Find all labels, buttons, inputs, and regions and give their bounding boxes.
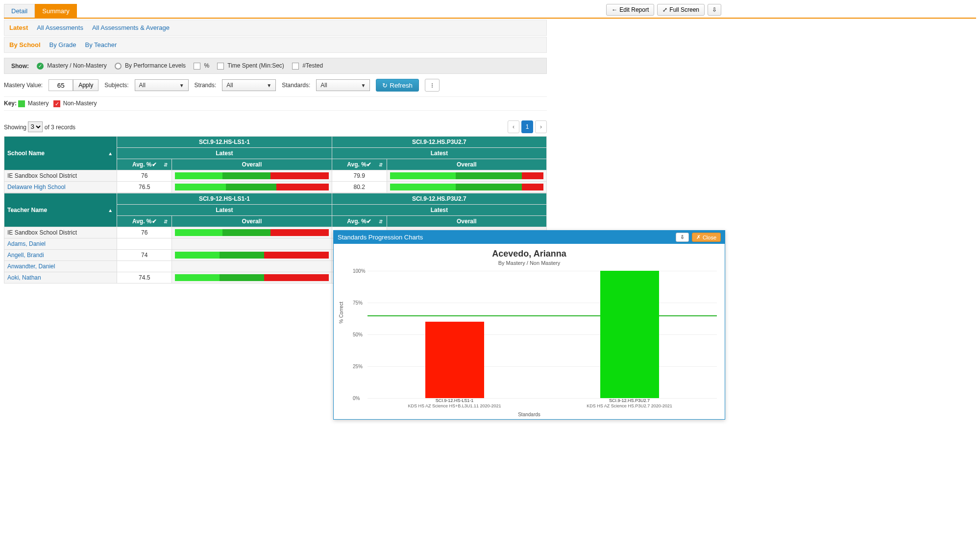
chart-tick: 100% xyxy=(353,268,366,274)
mastery-bar-cell xyxy=(172,181,332,192)
filter-item[interactable]: All Assessments xyxy=(37,24,83,31)
row-name-cell: IE Sandbox School District xyxy=(4,227,117,238)
download-icon: ⇩ xyxy=(680,234,685,240)
mastery-value-label: Mastery Value: xyxy=(4,82,43,89)
std2-header: SCI.9-12.HS.P3U2.7 xyxy=(332,136,546,147)
filter-item[interactable]: Latest xyxy=(9,24,28,31)
download-button[interactable]: ⇩ xyxy=(708,4,721,16)
opt-tested[interactable]: #Tested xyxy=(292,62,323,70)
tab-detail[interactable]: Detail xyxy=(4,4,35,18)
subjects-select[interactable]: All ▼ xyxy=(135,79,189,91)
opt-mastery-label: Mastery / Non-Mastery xyxy=(47,62,106,69)
t-std2-avg-header[interactable]: Avg. %✔⇵ xyxy=(332,215,387,227)
top-actions: ← Edit Report ⤢ Full Screen ⇩ xyxy=(606,4,721,18)
refresh-button[interactable]: ↻ Refresh xyxy=(376,79,419,92)
row-name-cell[interactable]: Angell, Brandi xyxy=(4,249,117,260)
pager-page-1[interactable]: 1 xyxy=(521,120,533,133)
opt-mastery[interactable]: ✓ Mastery / Non-Mastery xyxy=(37,62,107,70)
opt-performance-levels[interactable]: By Performance Levels xyxy=(115,62,186,70)
row-name-cell[interactable]: Adams, Daniel xyxy=(4,238,117,249)
row-name-cell: IE Sandbox School District xyxy=(4,170,117,181)
popup-actions: ⇩ ✗ Close xyxy=(676,233,721,242)
edit-report-label: Edit Report xyxy=(619,6,649,13)
avg-cell: 76 xyxy=(117,227,172,238)
standards-select[interactable]: All ▼ xyxy=(316,79,370,91)
row-name-cell[interactable]: Aoki, Nathan xyxy=(4,272,117,283)
pager-next[interactable]: › xyxy=(535,120,547,133)
school-table: School Name ▲ SCI.9-12.HS-LS1-1 SCI.9-12… xyxy=(4,136,547,193)
filter-item[interactable]: By School xyxy=(9,41,41,48)
opt-time-label: Time Spent (Min:Sec) xyxy=(227,62,284,69)
opt-tested-label: #Tested xyxy=(302,62,323,69)
filter-item[interactable]: By Grade xyxy=(49,41,76,48)
opt-pct-label: % xyxy=(204,62,209,69)
row-name-cell[interactable]: Anwandter, Daniel xyxy=(4,260,117,272)
mastery-bar-cell xyxy=(172,249,332,260)
entity-link[interactable]: Anwandter, Daniel xyxy=(7,263,55,270)
school-name-header[interactable]: School Name ▲ xyxy=(4,136,117,170)
sort-asc-icon: ▲ xyxy=(108,150,113,156)
standards-value: All xyxy=(320,82,327,89)
check-icon: ✓ xyxy=(37,63,44,70)
pager: ‹ 1 › xyxy=(508,120,547,133)
chart-subtitle: By Mastery / Non Mastery xyxy=(337,260,722,266)
std1-period: Latest xyxy=(117,147,332,159)
entity-link[interactable]: Aoki, Nathan xyxy=(7,274,41,281)
apply-button[interactable]: Apply xyxy=(73,79,98,91)
chevron-down-icon: ▼ xyxy=(179,83,184,88)
popup-download-button[interactable]: ⇩ xyxy=(676,233,689,242)
entity-link[interactable]: Delaware High School xyxy=(7,184,66,190)
teacher-name-header[interactable]: Teacher Name ▲ xyxy=(4,193,117,227)
chevron-down-icon: ▼ xyxy=(361,83,366,88)
showing-prefix: Showing xyxy=(4,123,26,130)
std1-avg-header[interactable]: Avg. %✔⇵ xyxy=(117,159,172,170)
strands-select[interactable]: All ▼ xyxy=(222,79,276,91)
entity-link[interactable]: Angell, Brandi xyxy=(7,252,44,259)
legend-label: Key: xyxy=(4,100,17,107)
strands-value: All xyxy=(226,82,233,89)
mastery-swatch xyxy=(18,100,25,107)
page-size-select[interactable]: 3 xyxy=(28,121,43,132)
assessment-filter-row: LatestAll AssessmentsAll Assessments & A… xyxy=(4,20,547,36)
mastery-bar-cell xyxy=(172,170,332,181)
mastery-bar-cell xyxy=(387,170,546,181)
avg-cell: 76.5 xyxy=(117,181,172,192)
fullscreen-button[interactable]: ⤢ Full Screen xyxy=(657,4,705,16)
popup-header[interactable]: Standards Progression Charts ⇩ ✗ Close xyxy=(334,231,725,244)
avg-cell: 76 xyxy=(117,170,172,181)
filter-item[interactable]: By Teacher xyxy=(85,41,117,48)
avg-cell xyxy=(117,260,172,272)
entity-link[interactable]: Adams, Daniel xyxy=(7,240,46,247)
t-std1-period: Latest xyxy=(117,204,332,215)
arrow-left-icon: ← xyxy=(612,6,617,13)
sort-icon: ⇵ xyxy=(164,162,168,167)
group-by-row: By SchoolBy GradeBy Teacher xyxy=(4,37,547,53)
t-std2-header: SCI.9-12.HS.P3U2.7 xyxy=(332,193,546,204)
table-row: Delaware High School76.580.2 xyxy=(4,181,547,192)
checkbox-empty-icon xyxy=(292,63,299,70)
std2-overall-header: Overall xyxy=(387,159,546,170)
popup-title: Standards Progression Charts xyxy=(338,234,423,241)
nonmastery-swatch: ✓ xyxy=(53,100,60,107)
popup-close-button[interactable]: ✗ Close xyxy=(692,233,721,242)
t-std1-header: SCI.9-12.HS-LS1-1 xyxy=(117,193,332,204)
subjects-value: All xyxy=(139,82,146,89)
pager-prev[interactable]: ‹ xyxy=(508,120,519,133)
edit-report-button[interactable]: ← Edit Report xyxy=(606,4,654,16)
main-tabs: Detail Summary xyxy=(4,4,77,18)
table-row: IE Sandbox School District7679.9 xyxy=(4,170,547,181)
expand-icon: ⤢ xyxy=(662,6,667,13)
filter-item[interactable]: All Assessments & Average xyxy=(92,24,170,31)
t-std1-avg-header[interactable]: Avg. %✔⇵ xyxy=(117,215,172,227)
tab-summary[interactable]: Summary xyxy=(35,4,77,18)
row-name-cell[interactable]: Delaware High School xyxy=(4,181,117,192)
mastery-value-input[interactable] xyxy=(49,79,73,91)
opt-percent[interactable]: % xyxy=(194,62,209,70)
avg-cell: 80.2 xyxy=(332,181,387,192)
dotplot-button[interactable]: ⁝ xyxy=(425,79,440,92)
controls-row: Mastery Value: Apply Subjects: All ▼ Str… xyxy=(4,74,547,97)
opt-perf-label: By Performance Levels xyxy=(125,62,186,69)
opt-time-spent[interactable]: Time Spent (Min:Sec) xyxy=(217,62,284,70)
mastery-bar-cell xyxy=(387,181,546,192)
std2-avg-header[interactable]: Avg. %✔⇵ xyxy=(332,159,387,170)
